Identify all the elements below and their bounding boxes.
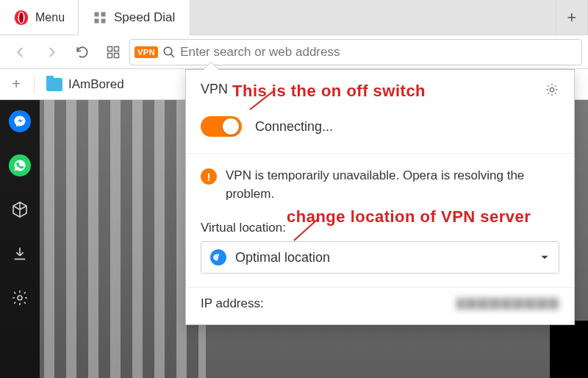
chevron-left-icon <box>14 46 27 59</box>
new-tab-button[interactable]: + <box>556 0 588 35</box>
gear-icon <box>11 289 29 307</box>
svg-point-2 <box>19 12 24 23</box>
svg-rect-4 <box>101 12 106 16</box>
sidebar-settings[interactable] <box>9 287 31 309</box>
svg-rect-5 <box>95 18 99 23</box>
svg-rect-6 <box>101 18 106 23</box>
search-icon <box>162 46 176 59</box>
virtual-location-select[interactable]: Optimal location <box>201 241 559 274</box>
address-bar[interactable]: VPN <box>129 39 582 65</box>
sidebar-cube[interactable] <box>9 199 31 221</box>
svg-rect-9 <box>108 53 112 57</box>
reload-icon <box>75 45 90 60</box>
add-speed-dial-button[interactable]: + <box>6 74 26 95</box>
svg-rect-7 <box>108 46 112 51</box>
vpn-toggle[interactable] <box>201 116 242 137</box>
virtual-location-label: Virtual location: <box>186 213 574 241</box>
nav-back-button <box>6 39 35 65</box>
vpn-status-text: Connecting... <box>255 119 333 135</box>
menu-label: Menu <box>35 11 65 24</box>
cube-icon <box>11 201 29 218</box>
vpn-panel-title: VPN <box>201 82 228 97</box>
chevron-right-icon <box>45 46 58 59</box>
messenger-icon <box>13 115 26 128</box>
svg-rect-10 <box>115 53 119 57</box>
speed-dial-button[interactable] <box>98 39 128 65</box>
folder-icon <box>46 78 62 91</box>
svg-point-13 <box>18 296 22 300</box>
window-tab-strip: Menu Speed Dial + <box>0 0 588 35</box>
sidebar-downloads[interactable] <box>9 243 31 265</box>
toolbar: VPN <box>0 35 588 69</box>
bookmark-folder-label: IAmBored <box>68 77 124 92</box>
sidebar <box>0 100 40 378</box>
whatsapp-icon <box>13 159 26 172</box>
svg-point-14 <box>550 88 553 91</box>
warning-icon: ! <box>201 168 217 185</box>
grid-icon <box>107 46 120 59</box>
tab-speed-dial[interactable]: Speed Dial <box>79 0 190 35</box>
divider <box>34 76 35 93</box>
svg-line-12 <box>171 54 174 57</box>
ip-address-label: IP address: <box>201 296 264 311</box>
tab-strip-spacer <box>190 0 556 35</box>
toggle-knob <box>223 118 239 135</box>
svg-point-11 <box>164 47 172 55</box>
speed-dial-icon <box>93 11 107 24</box>
reload-button[interactable] <box>68 39 97 65</box>
sidebar-whatsapp[interactable] <box>9 154 31 176</box>
vpn-warning-text: VPN is temporarily unavailable. Opera is… <box>226 167 559 203</box>
globe-icon <box>210 249 226 265</box>
chevron-down-icon <box>539 252 550 263</box>
ip-address-value-blurred <box>456 298 559 310</box>
sidebar-messenger[interactable] <box>9 110 31 132</box>
bookmark-folder[interactable]: IAmBored <box>42 77 129 92</box>
svg-rect-8 <box>115 46 119 51</box>
vpn-badge[interactable]: VPN <box>135 46 158 58</box>
download-icon <box>12 246 28 262</box>
nav-forward-button <box>37 39 66 65</box>
opera-logo-icon <box>13 10 29 26</box>
address-input[interactable] <box>180 45 577 60</box>
virtual-location-value: Optimal location <box>235 250 539 265</box>
speed-dial-tile-fragment <box>550 321 588 378</box>
tab-title: Speed Dial <box>114 10 175 25</box>
vpn-settings-button[interactable] <box>545 82 559 97</box>
vpn-popover: VPN Connecting... ! VPN is temporarily u… <box>185 69 575 325</box>
svg-rect-3 <box>95 12 99 16</box>
menu-button[interactable]: Menu <box>0 0 79 35</box>
